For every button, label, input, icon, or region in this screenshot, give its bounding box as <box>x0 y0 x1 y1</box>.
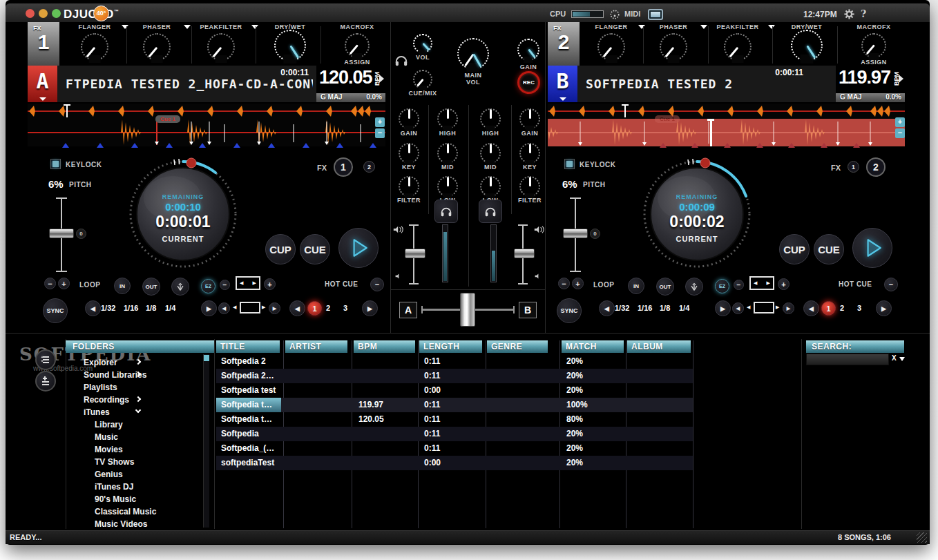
loop-size-prev-button[interactable]: ◀ <box>599 300 615 316</box>
eq-a-low-knob[interactable] <box>437 176 458 197</box>
pitch-slider-handle[interactable] <box>49 229 74 238</box>
loop-half-button[interactable]: − <box>734 280 744 290</box>
fx1-knob[interactable] <box>81 33 108 61</box>
cue-mix-knob[interactable] <box>413 70 432 89</box>
shift-right-icon[interactable]: ▶ <box>262 305 265 310</box>
drywet-knob[interactable] <box>274 30 306 61</box>
loop-size-option[interactable]: 1/16 <box>124 304 138 312</box>
search-clear-button[interactable]: X <box>892 354 897 362</box>
loop-half-button[interactable]: − <box>220 280 230 290</box>
table-row[interactable]: Softpedia t…120.050:1180% <box>216 412 693 427</box>
pitch-slider-handle[interactable] <box>563 229 588 238</box>
table-row[interactable]: softpediaTest0:0020% <box>216 456 693 470</box>
table-row[interactable]: Softpedia 2…0:1120% <box>216 369 693 383</box>
hot-cue-2-button[interactable]: 2 <box>326 304 330 312</box>
table-row[interactable]: Softpedia_(…0:1120% <box>216 441 693 456</box>
keylock-checkbox[interactable] <box>50 159 61 169</box>
knob-dial-icon[interactable] <box>610 10 620 19</box>
loop-in-button[interactable]: IN <box>628 278 644 294</box>
loop-size-option[interactable]: 1/8 <box>146 304 156 312</box>
hot-cue-next-button[interactable]: ▶ <box>362 300 378 316</box>
cue1-tag[interactable]: Cue 1 <box>655 115 680 123</box>
folder-item-music-videos[interactable]: Music Videos <box>66 518 202 530</box>
fx-assign-2-button[interactable]: 2 <box>363 161 375 173</box>
ch-b-gain-knob[interactable] <box>519 108 540 129</box>
loop-out-button[interactable]: OUT <box>656 278 674 296</box>
eq-a-high-knob[interactable] <box>437 108 458 129</box>
pitch-range[interactable]: 6% <box>48 178 64 190</box>
search-input[interactable] <box>806 354 889 365</box>
gear-icon[interactable] <box>843 8 855 20</box>
fx-dropdown-icon[interactable] <box>251 25 258 29</box>
fx-dropdown-icon[interactable] <box>122 25 128 29</box>
deck-a-badge[interactable]: A <box>28 66 57 102</box>
fx-slot-label[interactable]: PEAKFILTER <box>710 23 765 30</box>
fx-dropdown-icon[interactable] <box>638 25 645 29</box>
zoom-in-button[interactable]: + <box>895 117 905 127</box>
table-row[interactable]: Softpedia0:1120% <box>216 427 693 441</box>
folder-item-classical-music[interactable]: Classical Music <box>66 505 202 518</box>
cup-button[interactable]: CUP <box>265 234 296 264</box>
loop-move-box[interactable]: ◀▶ <box>749 276 774 290</box>
loop-size-next-button[interactable]: ▶ <box>715 300 731 316</box>
eq-a-mid-knob[interactable] <box>437 143 458 164</box>
table-row[interactable]: Softpedia 20:1120% <box>216 354 693 369</box>
macrofx-knob[interactable] <box>345 33 370 58</box>
fx1-knob[interactable] <box>597 33 625 61</box>
loop-size-option[interactable]: 1/32 <box>615 304 629 312</box>
zoom-window-button[interactable] <box>52 9 61 18</box>
eq-b-mid-knob[interactable] <box>480 143 501 164</box>
table-row[interactable]: Softpedia test0:0020% <box>216 383 693 398</box>
hot-cue-3-button[interactable]: 3 <box>857 304 861 312</box>
fx-slot-label[interactable]: PHASER <box>646 23 701 30</box>
ch-a-filter-knob[interactable] <box>399 176 419 197</box>
loop-size-option[interactable]: 1/8 <box>660 304 670 312</box>
search-options-dropdown-icon[interactable] <box>899 357 905 361</box>
deck-a-overview-waveform[interactable] <box>28 104 385 119</box>
loop-in-button[interactable]: IN <box>114 278 131 294</box>
hot-cue-prev-button[interactable]: ◀ <box>803 300 819 316</box>
record-button[interactable]: REC <box>517 71 540 94</box>
column-header-title[interactable]: TITLE <box>216 340 280 353</box>
pitch-bend-plus-button[interactable]: + <box>58 278 70 289</box>
hot-cue-3-button[interactable]: 3 <box>343 304 347 312</box>
sync-button[interactable]: SYNC <box>557 298 582 323</box>
fx3-knob[interactable] <box>207 33 235 61</box>
zoom-in-button[interactable]: + <box>375 117 385 127</box>
cue-button[interactable]: CUE <box>300 234 330 264</box>
fx-slot-label[interactable]: FLANGER <box>67 23 122 30</box>
fx2-knob[interactable] <box>660 33 687 61</box>
pitch-bend-plus-button[interactable]: + <box>572 278 584 289</box>
loop-double-button[interactable]: + <box>778 278 789 290</box>
monitor-icon[interactable] <box>648 9 663 20</box>
fx-dropdown-icon[interactable] <box>700 25 707 29</box>
folder-item-music[interactable]: Music <box>66 431 202 443</box>
chevron-right-icon[interactable] <box>135 359 141 365</box>
loop-size-prev-button[interactable]: ◀ <box>85 300 101 316</box>
folder-item-genius[interactable]: Genius <box>66 468 202 481</box>
folder-item-playlists[interactable]: Playlists <box>66 381 202 394</box>
beat-jump-back-button[interactable]: ◀ <box>732 302 744 314</box>
folder-item-90s-music[interactable]: 90's Music <box>66 493 202 505</box>
folder-item-itunes-dj[interactable]: iTunes DJ <box>66 481 202 493</box>
shift-right-icon[interactable]: ▶ <box>776 305 779 310</box>
folders-scrollbar[interactable] <box>203 354 209 528</box>
cup-button[interactable]: CUP <box>779 234 810 264</box>
hot-cue-delete-button[interactable]: − <box>884 278 898 291</box>
assign-label[interactable]: ASSIGN <box>329 59 385 66</box>
loop-size-option[interactable]: 1/16 <box>638 304 652 312</box>
fx-assign-2-button[interactable]: 2 <box>866 157 886 177</box>
fx-slot-label[interactable]: PHASER <box>129 23 184 30</box>
fx-assign-1-button[interactable]: 1 <box>848 161 859 173</box>
play-button[interactable] <box>338 228 379 268</box>
fx-slot-label[interactable]: PEAKFILTER <box>193 23 249 30</box>
loop-move-box[interactable]: ◀▶ <box>236 276 260 290</box>
loop-size-option[interactable]: 1/4 <box>165 304 175 312</box>
ez-loop-button[interactable]: EZ <box>201 279 216 293</box>
loop-position-box[interactable] <box>240 302 260 313</box>
folder-item-sound-libraries[interactable]: Sound Libraries <box>66 369 202 381</box>
beat-jump-fwd-button[interactable]: ▶ <box>783 302 794 314</box>
ez-loop-button[interactable]: EZ <box>715 279 729 293</box>
help-icon[interactable]: ? <box>861 8 866 19</box>
cue-vol-knob[interactable] <box>413 34 432 53</box>
